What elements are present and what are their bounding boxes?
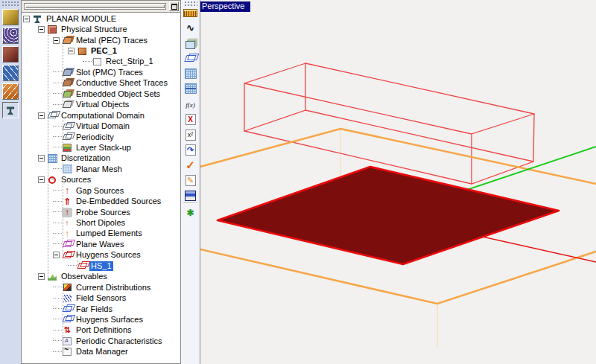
rect-strip-icon [92,57,102,66]
layer-stackup-icon [62,143,72,153]
tree-item-computational-domain[interactable]: Computational Domain [22,110,180,121]
tree-item-gap-sources[interactable]: Gap Sources [22,185,180,196]
domain-box-icon[interactable] [183,51,198,66]
tree-item-pec-1[interactable]: PEC_1 [22,45,180,56]
scene-canvas[interactable] [200,0,596,364]
tree-item-observables[interactable]: Observables [22,272,180,282]
lumped-elements-icon [62,229,72,238]
observables-icon [47,272,57,281]
huygens-source-box [244,63,534,184]
tree-hscrollbar[interactable] [24,3,166,10]
expand-toggle[interactable] [38,273,45,280]
conductive-sheet-traces-icon [62,78,72,88]
antenna-glyph-icon [6,106,15,115]
slot-pmc-traces-icon [62,68,72,77]
tree-item-planar-module[interactable]: PLANAR MODULE [22,13,180,24]
planar-module-icon[interactable] [2,102,19,118]
tree-item-field-sensors[interactable]: Field Sensors [22,293,180,303]
tree-item-data-manager[interactable]: Data Manager [22,347,180,357]
huygens-source-hs1-icon [77,261,87,271]
tree-item-layer-stack-up[interactable]: Layer Stack-up [22,142,180,153]
embedded-object-sets-icon [62,89,72,99]
tree-item-sources[interactable]: Sources [22,175,180,185]
viewport-3d[interactable]: Perspective [200,0,596,364]
viewport-label: Perspective [200,1,250,12]
tree-item-virtual-domain[interactable]: Virtual Domain [22,121,180,131]
pec-1-icon [77,46,87,56]
edit-icon[interactable] [183,173,198,188]
tree-item-de-embedded-sources[interactable]: De-Embedded Sources [22,196,180,206]
transfer-icon[interactable] [183,142,198,157]
project-tree: PLANAR MODULE Physical Structure Metal (… [22,12,180,363]
periodicity-icon [62,132,72,142]
delete-x-icon[interactable] [183,112,198,127]
view-toolbar [181,0,200,364]
tree-item-short-dipoles[interactable]: Short Dipoles [22,217,180,228]
toolbar-grip[interactable] [1,1,19,6]
expand-toggle[interactable] [38,176,45,183]
tree-item-port-definitions[interactable]: Port Definitions [22,325,180,336]
tree-item-current-distributions[interactable]: Current Distributions [22,282,180,293]
maroon-module-icon[interactable] [2,46,19,63]
expand-toggle[interactable] [53,252,60,258]
tree-item-conductive-sheet-traces[interactable]: Conductive Sheet Traces [22,78,180,89]
metal-patch-rect-strip[interactable] [218,167,559,264]
virtual-domain-icon [62,121,72,131]
tree-item-probe-sources[interactable]: Probe Sources [22,207,180,217]
huygens-sources-icon [62,250,72,260]
discretization-icon [47,153,57,163]
tree-item-periodicity[interactable]: Periodicity [22,132,180,142]
tree-item-discretization[interactable]: Discretization [22,153,180,164]
tree-item-huygens-surfaces[interactable]: Huygens Surfaces [22,314,180,325]
tree-item-rect-strip-1[interactable]: Rect_Strip_1 [22,57,180,67]
expand-toggle[interactable] [68,48,74,54]
tree-item-far-fields[interactable]: Far Fields [22,304,180,314]
tree-item-planar-mesh[interactable]: Planar Mesh [22,164,180,174]
planar-module-window: PLANAR MODULE Physical Structure Metal (… [0,0,596,364]
port-definitions-icon [62,325,72,335]
tree-item-plane-waves[interactable]: Plane Waves [22,239,180,249]
expand-toggle[interactable] [38,26,45,33]
physical-structure-icon [47,25,57,34]
gold-module-icon[interactable] [2,9,19,25]
plane-waves-icon [62,240,72,249]
curve-icon[interactable] [183,20,198,35]
huygens-surfaces-icon [62,315,72,325]
tree-item-embedded-object-sets[interactable]: Embedded Object Sets [22,89,180,99]
new-icon[interactable] [183,205,198,220]
tree-item-virtual-objects[interactable]: Virtual Objects [22,100,180,110]
tree-item-periodic-characteristics[interactable]: Periodic Characteristics [22,336,180,346]
planar-module-root-icon [32,14,42,24]
ruler-icon[interactable] [183,5,198,20]
orange-module-icon[interactable] [2,83,19,100]
module-toolbar [0,0,22,364]
function-fx-icon[interactable] [183,97,198,112]
tree-item-metal-pec-traces[interactable]: Metal (PEC) Traces [22,35,180,45]
mesh-lines-icon[interactable] [183,81,198,96]
tree-item-physical-structure[interactable]: Physical Structure [22,24,180,34]
probe-sources-icon [62,208,72,217]
restore-icon [171,4,177,10]
tree-item-hs-1[interactable]: HS_1 [22,261,180,271]
de-embedded-sources-icon [62,197,72,206]
save-icon[interactable] [183,188,198,203]
blue-module-icon[interactable] [2,65,19,81]
tree-hscrollbar-thumb[interactable] [25,4,165,8]
purple-module-icon[interactable] [2,28,19,44]
tree-item-huygens-sources[interactable]: Huygens Sources [22,250,180,261]
tree-item-slot-pmc-traces[interactable]: Slot (PMC) Traces [22,67,180,77]
panel-restore-button[interactable] [169,1,179,11]
short-dipoles-icon [62,218,72,228]
expand-toggle[interactable] [38,112,45,119]
expand-toggle[interactable] [53,37,60,44]
x-squared-icon[interactable] [183,127,198,142]
tree-item-lumped-elements[interactable]: Lumped Elements [22,229,180,239]
check-icon[interactable] [183,158,198,173]
expand-toggle[interactable] [38,155,45,162]
data-manager-icon [62,347,72,357]
expand-toggle[interactable] [23,16,30,22]
layers-icon[interactable] [183,36,198,51]
mesh-icon[interactable] [183,66,198,81]
current-distributions-icon [62,283,72,293]
sources-icon [47,175,57,185]
